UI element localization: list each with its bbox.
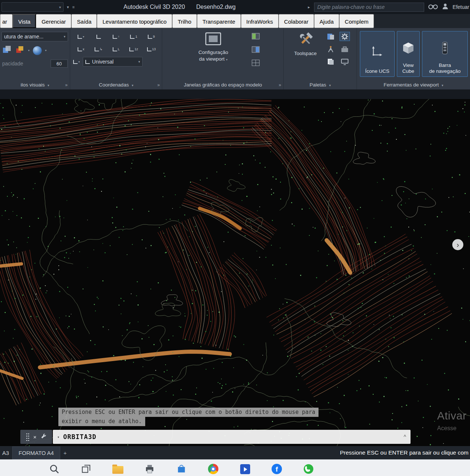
taskbar-printer-icon[interactable] (143, 463, 156, 475)
toolspace-button[interactable]: Toolspace (290, 32, 321, 66)
ucs-axes-icon (130, 35, 134, 39)
media-play-icon (240, 464, 250, 474)
taskbar-facebook-icon[interactable]: f (270, 463, 283, 475)
navigation-bar-icon (438, 41, 452, 55)
new-layout-button[interactable]: + (60, 447, 71, 459)
xray-sphere-icon[interactable] (33, 46, 42, 55)
tab-levantamento[interactable]: Levantamento topográfico (97, 14, 172, 28)
visual-style-cubes-icon[interactable] (2, 45, 12, 56)
layout-tab-formato-a4[interactable]: FORMATO A4 (13, 447, 59, 459)
badge: L (118, 47, 120, 51)
panel-expander-icon[interactable]: » (157, 82, 160, 88)
badge: 13 (152, 47, 156, 51)
viewport-config-line1: Configuração (198, 50, 228, 55)
badge: 1z (134, 47, 138, 51)
taskbar-whatsapp-icon[interactable] (302, 463, 315, 475)
ucs-axes-icon (113, 35, 117, 39)
toolbox-icon[interactable] (340, 44, 350, 54)
ucs-y-icon[interactable]: L (108, 44, 124, 54)
ucs-axes-icon (369, 43, 385, 59)
viewport-tools-panel-label[interactable]: Ferramentas de viewport ▾ (357, 82, 470, 88)
tab-saida[interactable]: Saída (71, 14, 97, 28)
model-viewports-panel-label: Janelas gráficas do espaço modelo (162, 82, 283, 88)
taskbar-search-icon[interactable] (48, 463, 61, 475)
panel-coordinates: ▾ ↑ 1 9 x ↳ L 1z 13 ▾ Universal ▾ (70, 28, 162, 89)
tab-iniciar[interactable]: ar (0, 14, 13, 28)
tab-transparente[interactable]: Transparente (197, 14, 241, 28)
command-grip-icon[interactable] (26, 433, 30, 441)
coordinate-system-dropdown[interactable]: Universal ▾ (83, 57, 143, 67)
command-bar-handle[interactable]: × (20, 430, 52, 444)
viewcube-toggle-button[interactable]: View Cube (397, 31, 420, 77)
taskbar-browser-icon[interactable] (207, 463, 219, 475)
survey-palette-icon[interactable] (326, 44, 336, 54)
chevron-down-icon: ▾ (64, 35, 65, 38)
viewport-restore-icon[interactable] (251, 59, 260, 68)
recent-commands-icon[interactable]: ▾ (57, 435, 59, 439)
command-customize-icon[interactable] (40, 433, 47, 441)
ucs-3point-icon[interactable]: ↳ (91, 44, 106, 54)
ucs-previous-icon[interactable] (91, 32, 106, 41)
command-close-icon[interactable]: × (33, 434, 37, 440)
layout-tab-a3[interactable]: A3 (0, 447, 13, 459)
ucs-world-icon[interactable]: ↑ (108, 32, 124, 41)
taskbar-media-icon[interactable] (239, 463, 251, 475)
panel-expander-icon[interactable]: » (65, 82, 68, 88)
tab-gerenciar[interactable]: Gerenciar (36, 14, 71, 28)
taskbar-file-explorer-icon[interactable] (112, 463, 124, 475)
ucs-zaxis-icon[interactable]: 13 (144, 44, 159, 54)
command-input[interactable]: ▾ ORBITA3D ^ (53, 430, 411, 444)
display-palette-icon[interactable] (340, 57, 350, 66)
taskbar-store-icon[interactable] (175, 463, 188, 475)
tab-trilho[interactable]: Trilho (172, 14, 197, 28)
properties-palette-icon[interactable] (326, 32, 336, 41)
ucs-axes-icon (113, 47, 117, 51)
viewport-rect-icon (205, 32, 222, 47)
viewport-join-icon[interactable] (251, 46, 260, 54)
tab-vista[interactable]: Vista (13, 14, 36, 28)
coordinates-panel-label[interactable]: Coordenadas ▾ (70, 82, 162, 88)
sheet-set-icon[interactable] (326, 57, 336, 66)
signin-label[interactable]: Efetuar (453, 4, 469, 10)
face-color-icon[interactable] (15, 45, 25, 56)
ucs-object-icon[interactable]: 1 (126, 32, 142, 41)
coordinates-panel-text: Coordenadas (99, 82, 129, 88)
ucs-x-icon[interactable]: x (73, 44, 89, 54)
chevron-down-icon: ▾ (83, 35, 84, 38)
visual-styles-panel-label[interactable]: ilos visuais ▾ (0, 82, 70, 88)
visual-style-value: utura de arame... (4, 34, 44, 40)
search-binoculars-icon[interactable] (428, 3, 438, 11)
command-collapse-icon[interactable]: ^ (403, 434, 406, 440)
ucs-axes-icon (148, 35, 152, 39)
panel-expander-icon[interactable]: » (279, 82, 281, 88)
terrain-canvas[interactable] (0, 99, 470, 446)
ucs-z-icon[interactable]: 1z (126, 44, 142, 54)
ucs-icon-toggle-button[interactable]: Ícone UCS (360, 31, 395, 77)
ribbon-lower-strip (0, 89, 470, 99)
ucs-named-icon[interactable]: ▾ (73, 57, 80, 67)
palettes-panel-label[interactable]: Paletas ▾ (284, 82, 357, 88)
tab-infraworks[interactable]: InfraWorks (241, 14, 279, 28)
viewport-config-button[interactable]: Configuração da viewport ▾ (185, 32, 241, 68)
viewport-named-icon[interactable] (251, 33, 260, 41)
viewcube-label: View Cube (402, 62, 414, 74)
hint-line-2: exibir o menu de atalho. (58, 417, 145, 426)
visual-style-dropdown[interactable]: utura de arame... ▾ (1, 32, 68, 41)
chevron-down-icon[interactable]: ▾ (28, 49, 30, 52)
taskbar-task-view-icon[interactable] (80, 463, 92, 475)
folder-icon (112, 466, 123, 474)
ucs-origin-icon[interactable]: 9 (144, 32, 159, 41)
chevron-down-icon[interactable]: ▾ (45, 49, 47, 52)
settings-gear-icon[interactable] (340, 32, 350, 41)
navbar-toggle-button[interactable]: Barra de navegação (422, 31, 468, 77)
tab-ajuda[interactable]: Ajuda (314, 14, 339, 28)
badge: ↑ (118, 35, 120, 38)
user-account-icon[interactable] (442, 3, 449, 11)
tab-complementos[interactable]: Complem (339, 14, 374, 28)
browser-circle-icon (208, 464, 218, 474)
tab-colaborar[interactable]: Colaborar (279, 14, 314, 28)
next-arrow-button[interactable]: › (452, 239, 463, 250)
ucs-icon[interactable]: ▾ (73, 32, 89, 41)
opacity-value-field[interactable]: 60 (51, 59, 68, 68)
panel-visual-styles: utura de arame... ▾ ▾ ▾ pacidade 60 ilos… (0, 28, 70, 89)
